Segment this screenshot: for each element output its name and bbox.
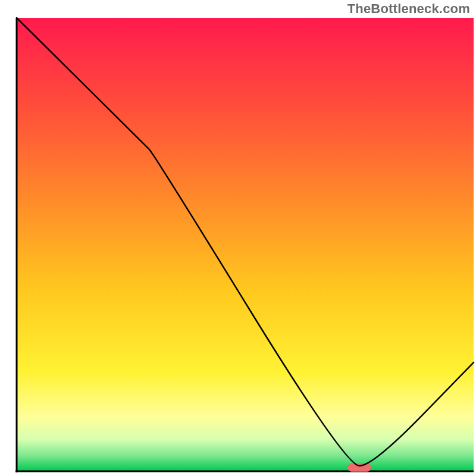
chart-container: TheBottleneck.com: [0, 0, 476, 476]
watermark-text: TheBottleneck.com: [347, 1, 470, 17]
optimal-marker: [348, 464, 371, 472]
bottleneck-chart: [0, 0, 476, 476]
